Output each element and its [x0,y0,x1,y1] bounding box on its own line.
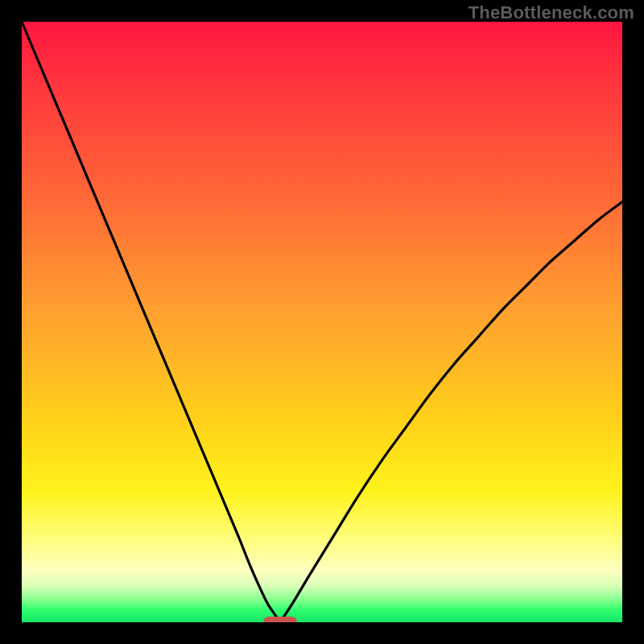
gradient-background [22,22,622,622]
bottleneck-marker [263,617,297,622]
chart-frame: TheBottleneck.com [0,0,644,644]
plot-area [22,22,622,622]
watermark-text: TheBottleneck.com [469,2,634,23]
